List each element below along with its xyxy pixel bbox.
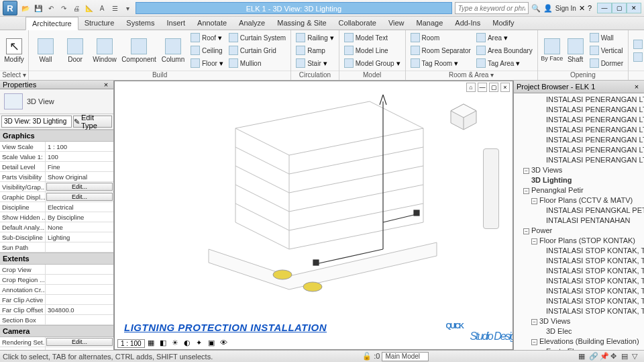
tree-node[interactable]: −3D Views bbox=[514, 165, 644, 175]
app-menu-button[interactable]: R bbox=[3, 1, 17, 15]
tree-node[interactable]: 3D Elec bbox=[514, 326, 644, 336]
model-line-button[interactable]: Model Line bbox=[342, 44, 402, 56]
tree-node[interactable]: −Penangkal Petir bbox=[514, 185, 644, 195]
shadows-icon[interactable]: ◐ bbox=[184, 338, 193, 348]
panel-select-title[interactable]: Select ▾ bbox=[0, 71, 28, 80]
view-max-icon[interactable]: ▢ bbox=[489, 83, 498, 92]
instance-combo[interactable]: 3D View: 3D Lighting bbox=[1, 116, 72, 128]
tab-analyze[interactable]: Analyze bbox=[233, 17, 271, 30]
graphics-head[interactable]: Graphics bbox=[0, 130, 113, 142]
tree-node[interactable]: INSTALASI PENANGKAL PETIR bbox=[514, 206, 644, 216]
model-text-button[interactable]: Model Text bbox=[342, 32, 402, 44]
save-icon[interactable]: 💾 bbox=[33, 3, 44, 13]
tree-node[interactable]: −3D Views bbox=[514, 316, 644, 326]
undo-icon[interactable]: ↶ bbox=[46, 3, 56, 13]
tree-node[interactable]: INSTALASI PENERANGAN LT. BASE bbox=[514, 145, 644, 155]
view-scale[interactable]: 1 : 100 bbox=[117, 339, 145, 348]
sync-icon[interactable]: ☰ bbox=[109, 3, 120, 13]
property-row[interactable]: Sun Path bbox=[0, 242, 113, 253]
property-row[interactable]: Graphic Displ...Edit... bbox=[0, 192, 113, 202]
tree-toggle-icon[interactable]: − bbox=[523, 168, 529, 174]
panel-room-title[interactable]: Room & Area ▾ bbox=[406, 71, 537, 80]
level-button[interactable]: Level bbox=[631, 38, 644, 50]
railing-button[interactable]: Railing ▾ bbox=[294, 32, 336, 44]
roof-button[interactable]: Roof ▾ bbox=[189, 32, 225, 44]
extents-head[interactable]: Extents bbox=[0, 253, 113, 265]
tree-node[interactable]: INSTALASI PENERANGAN LT. 5 bbox=[514, 135, 644, 145]
tab-structure[interactable]: Structure bbox=[78, 17, 121, 30]
more-icon[interactable]: ▾ bbox=[122, 3, 133, 13]
tab-manage[interactable]: Manage bbox=[411, 17, 449, 30]
visual-style-icon[interactable]: ◧ bbox=[160, 338, 169, 348]
vertical-button[interactable]: Vertical bbox=[588, 44, 625, 56]
tree-node[interactable]: INSTALASI PENERANGAN LT. 3 bbox=[514, 115, 644, 125]
tree-node[interactable]: INSTALASI STOP KONTAK, TELEPO bbox=[514, 246, 644, 256]
browser-header[interactable]: Project Browser - ELK 1 × bbox=[514, 81, 644, 93]
tree-toggle-icon[interactable]: − bbox=[523, 188, 529, 194]
tag-room-button[interactable]: Tag Room ▾ bbox=[409, 57, 473, 69]
tree-toggle-icon[interactable]: − bbox=[531, 238, 537, 244]
tree-node[interactable]: 3D Lighting bbox=[514, 175, 644, 185]
shaft-button[interactable]: Shaft bbox=[565, 32, 586, 69]
tag-area-button[interactable]: Tag Area ▾ bbox=[474, 57, 535, 69]
exchange-icon[interactable]: ✕ bbox=[579, 4, 585, 13]
text-icon[interactable]: A bbox=[97, 3, 107, 13]
property-row[interactable]: Show Hidden ...By Discipline bbox=[0, 212, 113, 222]
minimize-button[interactable]: — bbox=[597, 3, 612, 13]
tab-annotate[interactable]: Annotate bbox=[191, 17, 233, 30]
property-row[interactable]: Crop View bbox=[0, 265, 113, 275]
infocenter-icon[interactable]: 🔍 bbox=[531, 4, 541, 13]
view-home-icon[interactable]: ⌂ bbox=[466, 83, 476, 92]
tree-node[interactable]: INSTALASI STOP KONTAK, TELEPO bbox=[514, 296, 644, 306]
property-row[interactable]: Section Box bbox=[0, 315, 113, 325]
tree-node[interactable]: INTALASI PENTANAHAN bbox=[514, 216, 644, 226]
tree-node[interactable]: INSTALASI STOP KONTAK, TELEPO bbox=[514, 276, 644, 286]
tree-toggle-icon[interactable]: − bbox=[523, 228, 529, 234]
edit-button[interactable]: Edit... bbox=[46, 183, 113, 191]
tree-node[interactable]: INSTALASI PENERANGAN LT. 2 bbox=[514, 105, 644, 115]
close-button[interactable]: ✕ bbox=[627, 3, 641, 13]
tree-node[interactable]: −Floor Plans (STOP KONTAK) bbox=[514, 236, 644, 246]
by-face-button[interactable]: By Face bbox=[541, 32, 564, 69]
camera-head[interactable]: Camera bbox=[0, 325, 113, 337]
tab-collaborate[interactable]: Collaborate bbox=[333, 17, 382, 30]
property-row[interactable]: Parts VisibilityShow Original bbox=[0, 172, 113, 182]
curtain-system-button[interactable]: Curtain System bbox=[227, 32, 288, 44]
wall-button[interactable]: Wall bbox=[32, 32, 60, 69]
room-button[interactable]: Room bbox=[409, 32, 473, 44]
property-row[interactable]: Annotation Cr... bbox=[0, 285, 113, 295]
type-selector[interactable]: 3D View bbox=[0, 89, 113, 114]
property-row[interactable]: Scale Value 1:100 bbox=[0, 152, 113, 162]
browser-close-icon[interactable]: × bbox=[632, 83, 641, 91]
detail-level-icon[interactable]: ▦ bbox=[148, 338, 157, 348]
mullion-button[interactable]: Mullion bbox=[227, 57, 288, 69]
model-group-button[interactable]: Model Group ▾ bbox=[342, 57, 402, 69]
tab-architecture[interactable]: Architecture bbox=[25, 17, 78, 30]
property-row[interactable]: Far Clip Active bbox=[0, 295, 113, 305]
search-input[interactable] bbox=[455, 2, 529, 14]
tab-view[interactable]: View bbox=[382, 17, 411, 30]
room-separator-button[interactable]: Room Separator bbox=[409, 44, 473, 56]
property-row[interactable]: Rendering Set...Edit... bbox=[0, 337, 113, 347]
property-row[interactable]: View Scale1 : 100 bbox=[0, 142, 113, 152]
help-icon[interactable]: ? bbox=[588, 4, 592, 12]
tab-insert[interactable]: Insert bbox=[161, 17, 192, 30]
modify-button[interactable]: Modify bbox=[3, 32, 25, 69]
tree-toggle-icon[interactable]: − bbox=[531, 319, 537, 325]
tree-node[interactable]: INSTALASI STOP KONTAK, TELEPO bbox=[514, 266, 644, 276]
ramp-button[interactable]: Ramp bbox=[294, 44, 336, 56]
render-icon[interactable]: ✦ bbox=[196, 338, 205, 348]
view-close-icon[interactable]: × bbox=[500, 83, 510, 92]
property-row[interactable]: DisciplineElectrical bbox=[0, 202, 113, 212]
edit-type-button[interactable]: ✎Edit Type bbox=[73, 116, 112, 128]
browser-tree[interactable]: INSTALASI PENERANGAN LT. 1INSTALASI PENE… bbox=[514, 93, 644, 350]
tab-modify[interactable]: Modify bbox=[486, 17, 520, 30]
tree-node[interactable]: INSTALASI PENERANGAN LT. GRO bbox=[514, 155, 644, 165]
user-icon[interactable]: 👤 bbox=[543, 4, 553, 13]
hide-icon[interactable]: 👁 bbox=[220, 338, 229, 348]
select-pinned-icon[interactable]: 📌 bbox=[600, 352, 609, 361]
tree-node[interactable]: INSTALASI PENERANGAN LT. 1 bbox=[514, 95, 644, 105]
tree-node[interactable]: −Elevations (Building Elevation) bbox=[514, 336, 644, 347]
tab-add-ins[interactable]: Add-Ins bbox=[449, 17, 486, 30]
property-row[interactable]: Visibility/Grap...Edit... bbox=[0, 182, 113, 192]
